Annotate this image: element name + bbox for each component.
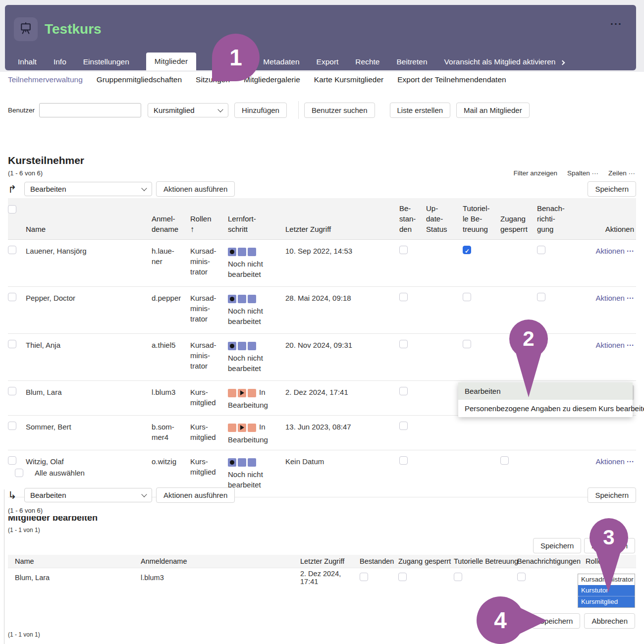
cell-last-access: 2. Dez 2024, 17:41 — [285, 381, 399, 402]
row-checkbox[interactable] — [8, 246, 16, 254]
tutorielle-checkbox-checked[interactable] — [463, 246, 471, 254]
chevron-down-icon — [217, 107, 223, 112]
aktionen-link[interactable]: Aktionen ··· — [595, 457, 634, 466]
edit-benachrichtigungen-checkbox[interactable] — [517, 573, 526, 581]
aktionen-link[interactable]: Aktionen ··· — [595, 247, 634, 255]
tab-info[interactable]: Info — [54, 57, 66, 66]
select-all-header-checkbox[interactable] — [8, 205, 16, 214]
role-select[interactable]: Kursmitglied — [148, 103, 228, 117]
col-rollen[interactable]: Rollen↑ — [190, 214, 228, 239]
ecell-username: l.blum3 — [134, 574, 293, 582]
divider — [298, 101, 299, 119]
subnav-karte-kursmitglieder[interactable]: Karte Kursmitglieder — [314, 75, 383, 84]
cell-role: Kurs- mitglied — [190, 416, 228, 447]
row-checkbox[interactable] — [8, 422, 16, 430]
mitglieder-bearbeiten-title: Mitglieder bearbeiten — [8, 516, 98, 524]
bulk-action-select-top[interactable]: Bearbeiten — [24, 182, 152, 196]
progress-square-icon — [238, 458, 246, 467]
col-lernfortschritt[interactable]: Lernfort- schritt — [228, 214, 285, 239]
subnav-export-teilnehmendendaten[interactable]: Export der Teilnehmendendaten — [397, 75, 506, 84]
benachrichtigung-checkbox[interactable] — [537, 246, 545, 254]
col-update-status[interactable]: Up- date- Status — [426, 203, 463, 239]
aktionen-ausfuehren-button-top[interactable]: Aktionen ausführen — [156, 181, 235, 197]
bestanden-checkbox[interactable] — [399, 422, 408, 430]
tab-mitglieder[interactable]: Mitglieder — [146, 53, 196, 70]
cell-last-access: 13. Jun 2023, 08:47 — [285, 416, 399, 437]
subnav-gruppenmitgliedschaften[interactable]: Gruppenmitgliedschaften — [97, 75, 182, 84]
spalten-link[interactable]: Spalten ··· — [567, 169, 598, 177]
subnav-teilnehmerverwaltung[interactable]: Teilnehmerverwaltung — [8, 75, 83, 84]
tutorielle-checkbox[interactable] — [463, 293, 471, 301]
progress-square-done-icon — [228, 342, 236, 350]
col-tutorielle-betreuung[interactable]: Tutoriel- le Be- treuung — [463, 203, 500, 239]
row-checkbox[interactable] — [8, 456, 16, 465]
subnav-mitgliedergalerie[interactable]: Mitgliedergalerie — [244, 75, 300, 84]
cell-name: Lauener, Hansjörg — [26, 240, 152, 263]
bulk-action-select-bottom[interactable]: Bearbeiten — [24, 488, 152, 502]
progress-square-icon — [228, 424, 236, 432]
role-option-kursmitglied[interactable]: Kursmitglied — [578, 596, 635, 607]
benachrichtigung-checkbox[interactable] — [537, 293, 545, 301]
aktionen-link[interactable]: Aktionen ··· — [595, 341, 634, 349]
col-name[interactable]: Name — [26, 224, 152, 239]
tab-inhalt[interactable]: Inhalt — [18, 57, 37, 66]
progress-square-done-icon — [228, 458, 236, 467]
chevron-down-icon — [141, 185, 147, 191]
cell-role: Kurs- mitglied — [190, 450, 228, 484]
ecell-name: Blum, Lara — [8, 574, 134, 582]
bestanden-checkbox[interactable] — [399, 340, 408, 348]
menu-item-personenbezogene-angaben[interactable]: Personenbezogene Angaben zu diesem Kurs … — [458, 400, 633, 417]
edit-bestanden-checkbox[interactable] — [360, 573, 368, 581]
benutzer-input[interactable] — [39, 103, 141, 117]
header-more-menu-icon[interactable]: ··· — [610, 18, 622, 30]
bestanden-checkbox[interactable] — [399, 293, 408, 301]
aktionen-ausfuehren-button-bottom[interactable]: Aktionen ausführen — [156, 487, 235, 503]
speichern-button-bottom[interactable]: Speichern — [588, 487, 636, 503]
zeilen-link[interactable]: Zeilen ··· — [608, 169, 635, 177]
benutzer-suchen-button[interactable]: Benutzer suchen — [304, 103, 375, 118]
edit-abbrechen-button-bottom[interactable]: Abbrechen — [584, 613, 635, 629]
bestanden-checkbox[interactable] — [399, 387, 408, 395]
filter-anzeigen-link[interactable]: Filter anzeigen — [513, 169, 557, 177]
edit-tutorielle-checkbox[interactable] — [454, 573, 462, 581]
bestanden-checkbox[interactable] — [399, 456, 408, 465]
col-anmeldename[interactable]: Anmel- dename — [152, 214, 190, 239]
ecol-tutorielle-betreuung: Tutorielle Betreuung — [447, 557, 510, 565]
arrow-down-right-icon: ↳ — [8, 489, 20, 501]
bulk-action-select-top-value: Bearbeiten — [30, 185, 66, 193]
col-bestanden[interactable]: Be- stan- den — [399, 203, 426, 239]
liste-erstellen-button[interactable]: Liste erstellen — [390, 103, 451, 118]
col-zugang-gesperrt[interactable]: Zugang gesperrt — [500, 214, 537, 239]
member-subnav: Teilnehmerverwaltung Gruppenmitgliedscha… — [8, 75, 506, 84]
bestanden-checkbox[interactable] — [399, 246, 408, 254]
col-letzter-zugriff[interactable]: Letzter Zugriff — [285, 224, 399, 239]
table-row-lauener: Lauener, Hansjörg h.laue- ner Kursad- mi… — [8, 240, 636, 287]
row-checkbox[interactable] — [8, 340, 16, 348]
cell-name: Thiel, Anja — [26, 334, 152, 357]
zugang-gesperrt-checkbox[interactable] — [500, 456, 509, 465]
row-checkbox[interactable] — [8, 387, 16, 395]
menu-item-bearbeiten[interactable]: Bearbeiten — [458, 382, 633, 400]
speichern-button-top[interactable]: Speichern — [588, 181, 636, 197]
tab-metadaten[interactable]: Metadaten — [263, 57, 299, 66]
tab-export[interactable]: Export — [317, 57, 339, 66]
edit-zugang-gesperrt-checkbox[interactable] — [398, 573, 407, 581]
edit-speichern-button-top[interactable]: Speichern — [533, 538, 582, 553]
ecol-anmeldename: Anmeldename — [134, 557, 293, 565]
tab-einstellungen[interactable]: Einstellungen — [83, 57, 129, 66]
progress-square-icon — [238, 342, 246, 350]
sort-ascending-icon: ↑ — [190, 225, 194, 233]
tab-rechte[interactable]: Rechte — [355, 57, 379, 66]
select-all-checkbox[interactable] — [15, 469, 23, 477]
mail-an-mitglieder-button[interactable]: Mail an Mitglieder — [456, 103, 530, 118]
tab-beitreten[interactable]: Beitreten — [396, 57, 427, 66]
hinzufuegen-button[interactable]: Hinzufügen — [234, 103, 287, 118]
col-benachrichtigung[interactable]: Benach- richti- gung — [537, 203, 576, 239]
progress-square-icon — [248, 342, 256, 350]
cell-name: Pepper, Doctor — [26, 287, 152, 310]
tutorielle-checkbox[interactable] — [463, 340, 471, 348]
aktionen-link[interactable]: Aktionen ··· — [595, 294, 634, 302]
table-header-row: Name Anmel- dename Rollen↑ Lernfort- sch… — [8, 198, 636, 240]
tab-voransicht[interactable]: Voransicht als Mitglied aktivieren — [444, 57, 564, 66]
row-checkbox[interactable] — [8, 293, 16, 301]
